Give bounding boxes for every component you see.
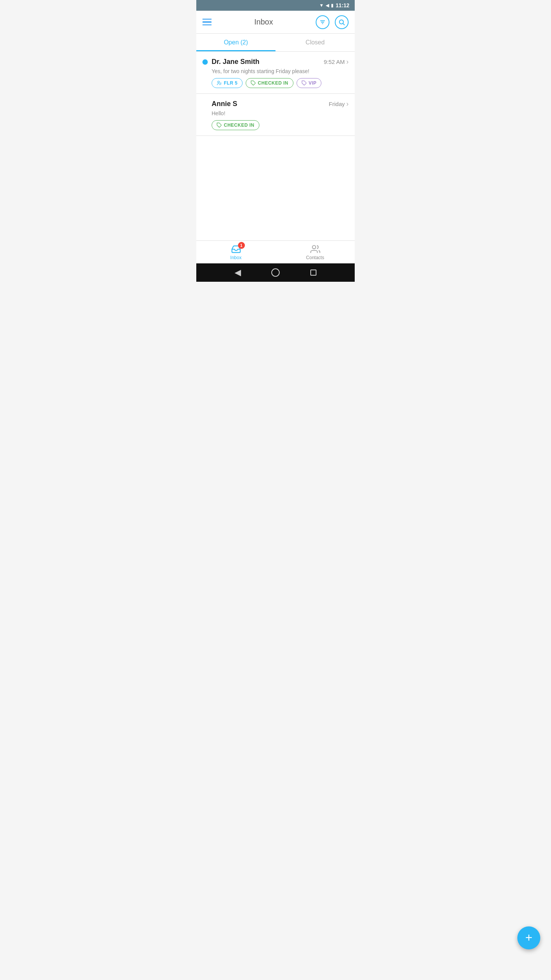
message-time: 9:52 AM › — [324, 58, 349, 66]
tab-closed[interactable]: Closed — [276, 34, 355, 51]
inbox-badge: 1 — [238, 242, 245, 249]
message-item[interactable]: Dr. Jane Smith 9:52 AM › Yes, for two ni… — [196, 52, 355, 94]
signal-icon: ◀ — [326, 3, 329, 8]
sender-name: Dr. Jane Smith — [212, 58, 259, 66]
inbox-nav-label: Inbox — [230, 255, 241, 260]
unread-indicator — [202, 59, 208, 65]
tag-checked-in: CHECKED IN — [246, 78, 293, 88]
svg-line-4 — [343, 23, 344, 25]
android-nav-bar: ◀ — [196, 263, 355, 282]
top-bar-actions — [316, 15, 349, 29]
android-recents-button[interactable] — [310, 270, 316, 276]
tag-checked-in: CHECKED IN — [212, 120, 259, 130]
message-header: Dr. Jane Smith 9:52 AM › — [202, 58, 349, 66]
message-time: Friday › — [329, 100, 349, 108]
message-item[interactable]: Annie S Friday › Hello! CHECKED IN — [196, 94, 355, 136]
status-time: 11:12 — [336, 2, 349, 8]
chevron-right-icon: › — [346, 100, 349, 108]
message-tags: CHECKED IN — [212, 120, 349, 130]
android-home-button[interactable] — [271, 268, 280, 277]
sender-name: Annie S — [212, 100, 237, 108]
svg-point-11 — [312, 245, 316, 249]
message-header: Annie S Friday › — [202, 100, 349, 108]
page-title: Inbox — [254, 18, 273, 26]
wifi-icon: ▼ — [319, 3, 324, 8]
nav-item-contacts[interactable]: Contacts — [276, 241, 355, 263]
sender-row: Annie S — [202, 100, 237, 108]
message-list: Dr. Jane Smith 9:52 AM › Yes, for two ni… — [196, 52, 355, 240]
contacts-icon-wrap — [310, 244, 320, 254]
tag-vip: VIP — [297, 78, 322, 88]
contacts-icon — [310, 244, 320, 254]
battery-icon: ▮ — [331, 3, 334, 8]
hamburger-menu-icon[interactable] — [202, 19, 212, 26]
status-bar: ▼ ◀ ▮ 11:12 — [196, 0, 355, 11]
inbox-icon-wrap: 1 — [231, 244, 241, 254]
tab-open[interactable]: Open (2) — [196, 34, 276, 51]
bottom-nav: 1 Inbox Contacts — [196, 240, 355, 263]
message-preview: Hello! — [212, 110, 349, 116]
sender-row: Dr. Jane Smith — [202, 58, 259, 66]
contacts-nav-label: Contacts — [306, 255, 324, 260]
filter-button[interactable] — [316, 15, 329, 29]
svg-point-3 — [339, 20, 344, 24]
svg-point-7 — [221, 84, 221, 84]
chevron-right-icon: › — [346, 58, 349, 66]
inbox-tabs: Open (2) Closed — [196, 34, 355, 52]
message-tags: FLR 5 CHECKED IN VIP — [212, 78, 349, 88]
read-spacer — [202, 101, 208, 107]
message-preview: Yes, for two nights starting Friday plea… — [212, 68, 349, 74]
nav-item-inbox[interactable]: 1 Inbox — [196, 241, 276, 263]
search-button[interactable] — [335, 15, 349, 29]
top-bar: Inbox — [196, 11, 355, 34]
svg-point-5 — [218, 81, 220, 83]
android-back-button[interactable]: ◀ — [235, 268, 241, 278]
tag-floor: FLR 5 — [212, 78, 243, 88]
